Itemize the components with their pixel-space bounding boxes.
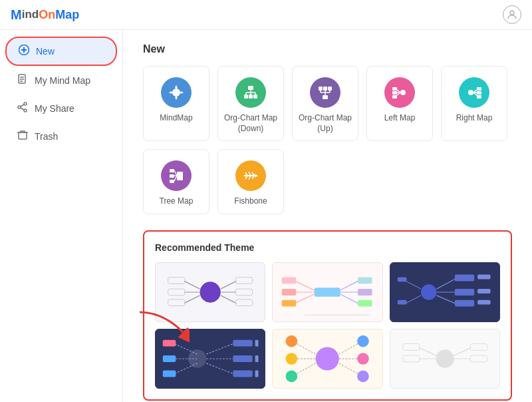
svg-rect-153 [470,355,487,362]
theme-card-3[interactable] [390,262,500,322]
sidebar: New My Mind Map [0,30,123,402]
sidebar-item-new[interactable]: New [5,37,117,66]
svg-rect-86 [315,288,340,297]
svg-line-91 [295,294,315,303]
tree-map-label: Tree Map [160,196,194,207]
svg-rect-105 [454,289,473,296]
svg-rect-79 [168,300,185,306]
svg-line-11 [21,104,24,106]
sidebar-item-my-mind-map[interactable]: My Mind Map [5,67,117,94]
svg-point-8 [24,102,27,105]
org-chart-up-icon [310,77,340,108]
sidebar-item-my-share[interactable]: My Share [5,95,117,122]
recommended-section: Recommended Theme [143,230,512,401]
org-chart-up-label: Org-Chart Map (Up) [298,113,352,134]
svg-rect-98 [358,300,372,307]
svg-rect-114 [397,300,406,305]
svg-rect-54 [477,87,481,91]
map-card-fishbone[interactable]: Fishbone [217,149,284,214]
svg-point-10 [24,109,27,112]
svg-point-140 [357,335,369,347]
svg-marker-24 [181,91,184,94]
svg-line-139 [339,343,358,354]
svg-rect-85 [235,300,252,306]
svg-marker-21 [175,85,178,88]
svg-rect-94 [358,277,372,284]
svg-rect-88 [282,277,297,284]
sidebar-item-my-mind-map-label: My Mind Map [35,75,90,86]
svg-marker-23 [169,91,172,94]
svg-point-138 [286,370,298,382]
theme-grid [155,262,500,389]
svg-rect-42 [328,87,332,91]
left-map-label: Left Map [384,113,416,124]
svg-line-93 [340,281,358,290]
org-chart-down-icon [235,77,266,108]
svg-line-74 [184,281,200,289]
svg-line-150 [454,347,471,355]
sidebar-item-trash[interactable]: Trash [5,123,117,150]
svg-rect-77 [168,289,185,296]
svg-rect-49 [392,95,397,99]
svg-rect-131 [255,370,259,377]
share-icon [17,102,28,115]
fishbone-icon [235,160,266,191]
svg-point-73 [200,282,221,302]
svg-rect-92 [282,300,297,307]
svg-point-50 [468,90,473,95]
svg-point-142 [357,353,369,365]
svg-line-137 [297,363,316,374]
svg-rect-47 [392,87,397,91]
theme-card-1[interactable] [155,262,265,322]
map-card-right-map[interactable]: Right Map [441,66,507,141]
svg-rect-31 [244,95,248,99]
header: MindOnMap [0,0,532,30]
svg-rect-55 [477,91,481,95]
svg-point-9 [18,106,21,108]
svg-rect-130 [255,355,259,362]
map-card-mindmap[interactable]: MindMap [143,66,209,141]
svg-line-97 [340,294,358,303]
svg-rect-149 [402,355,419,362]
user-avatar-button[interactable] [503,5,521,24]
theme-card-2[interactable] [272,262,382,322]
map-types-grid: MindMap Org-Ch [143,66,512,214]
logo: MindOnMap [11,7,79,23]
theme-card-5[interactable] [272,329,382,389]
file-icon [17,74,28,87]
tree-map-icon [161,160,192,191]
svg-rect-48 [392,91,397,95]
svg-line-12 [21,108,24,110]
svg-point-116 [188,349,206,367]
content-area: New [123,30,532,402]
svg-rect-81 [235,277,252,284]
theme-card-4[interactable] [155,329,265,389]
map-card-org-chart-down[interactable]: Org-Chart Map (Down) [217,66,284,141]
svg-line-84 [221,296,236,303]
svg-rect-126 [233,339,252,346]
svg-rect-75 [168,277,185,284]
svg-rect-122 [163,370,176,377]
svg-rect-112 [397,277,406,282]
svg-rect-34 [323,95,328,99]
svg-rect-56 [477,95,481,99]
svg-rect-90 [282,289,297,296]
svg-rect-40 [319,87,323,91]
main-layout: New My Mind Map [0,30,532,402]
svg-line-146 [419,347,436,355]
svg-rect-127 [233,355,252,362]
right-map-label: Right Map [456,113,493,124]
right-map-icon [459,77,489,108]
svg-rect-107 [454,300,473,307]
theme-card-6[interactable] [390,329,500,389]
svg-rect-83 [235,289,252,296]
map-card-left-map[interactable]: Left Map [366,66,433,141]
sidebar-item-my-share-label: My Share [35,103,74,114]
svg-line-61 [174,170,177,176]
map-card-org-chart-up[interactable]: Org-Chart Map (Up) [292,66,358,141]
map-card-tree-map[interactable]: Tree Map [143,149,209,214]
svg-point-145 [436,349,454,367]
svg-line-80 [221,281,236,289]
svg-line-78 [184,296,200,303]
trash-icon [17,130,28,143]
